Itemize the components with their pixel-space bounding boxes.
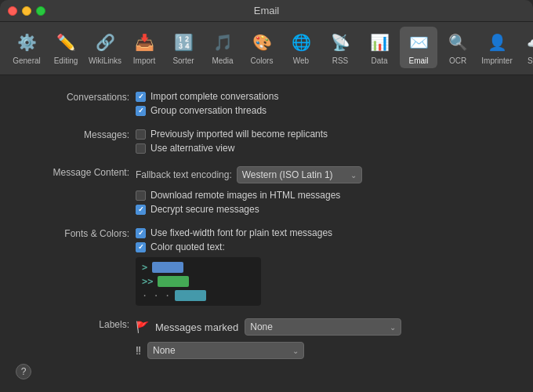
sync-icon: ☁️ [524,30,533,55]
flag-icon: 🚩 [136,321,149,333]
toolbar-item-media[interactable]: 🎵Media [204,27,241,68]
swatch-1[interactable] [152,262,183,273]
toolbar-label-sync: Sync [528,56,533,65]
web-icon: 🌐 [288,30,314,55]
labels-dropdown-2-value: None [153,345,176,356]
fallback-encoding-row: Fallback text encoding: Western (ISO Lat… [136,166,509,183]
fonts-colors-section: Fonts & Colors: Use fixed-width font for… [24,227,509,306]
labels-row-2: ‼ None ⌄ [136,342,509,359]
message-content-content: Fallback text encoding: Western (ISO Lat… [129,166,509,215]
email-icon: ✉️ [406,30,431,55]
ocr-icon: 🔍 [445,30,470,55]
toolbar-item-colors[interactable]: 🎨Colors [243,27,281,68]
toolbar-label-data: Data [371,56,387,65]
alt-view-checkbox[interactable] [136,143,146,154]
toolbar-item-email[interactable]: ✉️Email [400,27,437,68]
messages-content: Previously imported will become replican… [129,129,509,154]
toolbar-item-editing[interactable]: ✏️Editing [47,27,85,68]
labels-section: Labels: 🚩 Messages marked None ⌄ ‼ None … [24,318,509,362]
toolbar-item-rss[interactable]: 📡RSS [321,27,359,68]
toolbar-item-ocr[interactable]: 🔍OCR [439,27,477,68]
fallback-arrow-icon: ⌄ [350,171,357,180]
toolbar-label-colors: Colors [251,56,274,65]
traffic-lights [8,6,45,16]
quote-symbol-2: >> [142,276,153,287]
toolbar-item-wikilinks[interactable]: 🔗WikiLinks [86,27,124,68]
labels-label: Labels: [24,318,129,330]
toolbar-label-wikilinks: WikiLinks [89,56,121,65]
download-remote-label: Download remote images in HTML messages [150,190,340,201]
toolbar-label-import: Import [133,56,155,65]
help-button[interactable]: ? [16,364,31,379]
messages-label: Messages: [24,129,129,140]
group-threads-checkbox[interactable] [136,106,146,116]
messages-marked-label: Messages marked [155,321,238,333]
color-swatches-container: > >> · · · [136,257,261,306]
general-icon: ⚙️ [14,30,39,55]
labels-dropdown-2[interactable]: None ⌄ [147,342,304,359]
group-threads-label: Group conversation threads [150,105,266,116]
conversations-section: Conversations: Import complete conversat… [24,91,509,116]
media-icon: 🎵 [210,30,235,55]
color-quoted-row: Color quoted text: [136,241,509,252]
toolbar-label-editing: Editing [54,56,78,65]
fixed-width-checkbox[interactable] [136,228,146,238]
fallback-value: Western (ISO Latin 1) [242,169,333,180]
data-icon: 📊 [367,30,392,55]
minimize-button[interactable] [22,6,31,16]
toolbar-item-sorter[interactable]: 🔢Sorter [165,27,202,68]
download-remote-row: Download remote images in HTML messages [136,190,509,201]
toolbar-item-imprinter[interactable]: 👤Imprinter [478,27,516,68]
imprinter-icon: 👤 [484,30,509,55]
fallback-select[interactable]: Western (ISO Latin 1) ⌄ [237,166,362,183]
import-complete-checkbox[interactable] [136,92,146,102]
close-button[interactable] [8,6,17,16]
fonts-colors-content: Use fixed-width font for plain text mess… [129,227,509,306]
color-quoted-label: Color quoted text: [150,241,225,252]
swatch-2[interactable] [158,276,189,287]
toolbar-label-general: General [13,56,41,65]
toolbar-label-rss: RSS [332,56,349,65]
become-replicants-label: Previously imported will become replican… [150,129,328,140]
download-remote-checkbox[interactable] [136,191,146,201]
colors-icon: 🎨 [249,30,274,55]
labels-dropdown-1-value: None [250,321,273,332]
become-replicants-checkbox[interactable] [136,129,146,140]
toolbar-label-sorter: Sorter [172,56,194,65]
toolbar-label-web: Web [293,56,309,65]
quote-symbol-1: > [142,262,147,273]
message-content-section: Message Content: Fallback text encoding:… [24,166,509,215]
fixed-width-row: Use fixed-width font for plain text mess… [136,227,509,238]
toolbar: ⚙️General✏️Editing🔗WikiLinks📥Import🔢Sort… [0,22,533,75]
toolbar-item-web[interactable]: 🌐Web [282,27,320,68]
exclamation-icon: ‼ [136,344,141,357]
message-content-label: Message Content: [24,166,129,178]
quote-row-2: >> [142,276,255,287]
labels-content: 🚩 Messages marked None ⌄ ‼ None ⌄ [129,318,509,362]
toolbar-label-ocr: OCR [449,56,466,65]
toolbar-label-imprinter: Imprinter [481,56,512,65]
swatch-3[interactable] [175,290,206,301]
labels-dropdown-1-arrow: ⌄ [390,323,396,332]
labels-row-1: 🚩 Messages marked None ⌄ [136,318,509,336]
toolbar-item-import[interactable]: 📥Import [125,27,163,68]
import-complete-label: Import complete conversations [150,91,278,102]
toolbar-label-media: Media [212,56,233,65]
sorter-icon: 🔢 [171,30,196,55]
maximize-button[interactable] [36,6,45,16]
conversations-content: Import complete conversations Group conv… [129,91,509,116]
main-content: Conversations: Import complete conversat… [0,75,533,392]
labels-dropdown-1[interactable]: None ⌄ [245,318,401,336]
color-quoted-checkbox[interactable] [136,242,146,252]
toolbar-item-data[interactable]: 📊Data [361,27,398,68]
decrypt-secure-label: Decrypt secure messages [150,204,259,215]
fonts-colors-label: Fonts & Colors: [24,227,129,239]
toolbar-item-general[interactable]: ⚙️General [8,27,45,68]
decrypt-secure-row: Decrypt secure messages [136,204,509,215]
fallback-label: Fallback text encoding: [136,169,232,180]
fixed-width-label: Use fixed-width font for plain text mess… [150,227,332,238]
toolbar-item-sync[interactable]: ☁️Sync [517,27,533,68]
decrypt-secure-checkbox[interactable] [136,205,146,215]
import-icon: 📥 [132,30,157,55]
titlebar: Email [0,0,533,22]
